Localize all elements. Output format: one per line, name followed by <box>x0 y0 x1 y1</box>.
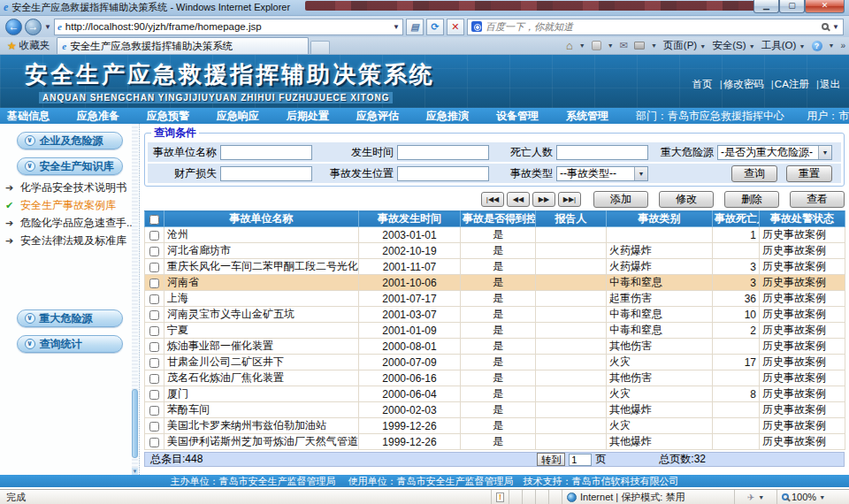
header-link[interactable]: CA注册 <box>775 79 809 89</box>
delete-button[interactable]: 删除 <box>724 191 779 208</box>
command-item[interactable]: 工具(O) ▼ <box>761 39 806 52</box>
home-dropdown-icon[interactable]: ▼ <box>579 42 585 49</box>
table-header-cell[interactable]: 事故死亡人数 <box>713 211 760 227</box>
nav-menu-item[interactable]: 基础信息 <box>7 109 50 124</box>
query-select[interactable]: --事故类型--▼ <box>556 166 648 181</box>
nav-menu-item[interactable]: 应急准备 <box>77 109 119 124</box>
sidebar-section-button[interactable]: 查询统计 <box>17 335 123 353</box>
sidebar-item[interactable]: ➔安全法律法规及标准库 <box>5 232 139 249</box>
row-checkbox[interactable] <box>149 247 159 256</box>
print-icon[interactable] <box>634 42 645 50</box>
table-row[interactable]: 炼油事业部一催化装置2000-08-01是其他伤害历史事故案例 <box>145 339 845 355</box>
goto-page-input[interactable] <box>569 454 592 466</box>
nav-menu-item[interactable]: 系统管理 <box>566 109 608 124</box>
row-checkbox[interactable] <box>149 422 159 431</box>
table-header-cell[interactable]: 事故类别 <box>607 211 713 227</box>
compatibility-view-button[interactable]: ▤ <box>406 19 424 35</box>
sidebar-item[interactable]: ➔危险化学品应急速查手... <box>5 214 139 232</box>
nav-menu-item[interactable]: 后期处置 <box>287 109 329 124</box>
table-header-cell[interactable]: 事故单位名称 <box>164 211 359 227</box>
last-page-button[interactable]: ▶▶| <box>558 192 581 207</box>
row-checkbox[interactable] <box>149 438 159 447</box>
command-item-dropdown-icon[interactable]: ▼ <box>799 43 806 50</box>
search-placeholder[interactable]: 百度一下，你就知道 <box>486 20 818 34</box>
nav-menu-item[interactable]: 应急评估 <box>356 109 399 124</box>
nav-menu-item[interactable]: 应急预警 <box>147 109 189 124</box>
sidebar-item[interactable]: ➔化学品安全技术说明书 <box>5 179 139 196</box>
table-header-cell[interactable]: 报告人 <box>536 211 607 227</box>
row-checkbox[interactable] <box>149 342 159 352</box>
table-row[interactable]: 沧州2003-01-01是1历史事故案例 <box>145 227 845 243</box>
table-row[interactable]: 河南省2001-10-06是中毒和窒息3历史事故案例 <box>145 275 845 291</box>
history-dropdown-icon[interactable]: ▼ <box>44 23 51 31</box>
home-icon[interactable]: ⌂ <box>566 39 573 52</box>
mail-icon[interactable]: ✉ <box>620 40 628 51</box>
table-row[interactable]: 河北省廊坊市2002-10-19是火药爆炸历史事故案例 <box>145 243 845 259</box>
table-row[interactable]: 宁夏2001-01-09是中毒和窒息2历史事故案例 <box>145 323 845 339</box>
goto-page-button[interactable]: 转到 <box>537 453 565 466</box>
row-checkbox[interactable] <box>149 279 159 288</box>
nav-menu-item[interactable]: 应急推演 <box>426 109 469 124</box>
command-item-dropdown-icon[interactable]: ▼ <box>700 43 706 50</box>
table-header-cell[interactable]: 事故处警状态 <box>760 211 845 227</box>
stop-button[interactable]: ✕ <box>447 19 464 35</box>
sidebar-section-button[interactable]: 企业及危险源 <box>17 132 123 149</box>
query-1-input[interactable] <box>397 166 489 181</box>
table-row[interactable]: 苯酚车间2000-02-03是其他爆炸历史事故案例 <box>145 402 845 418</box>
new-tab-button[interactable] <box>310 41 330 54</box>
command-item[interactable]: 安全(S) ▼ <box>712 39 754 52</box>
minimize-button[interactable]: ▁ <box>753 0 779 13</box>
reset-button[interactable]: 重置 <box>786 165 832 182</box>
row-checkbox[interactable] <box>149 406 159 416</box>
sidebar-scroll-down-icon[interactable]: ▼ <box>132 468 138 475</box>
search-box[interactable]: 百度一下，你就知道 ▼ <box>467 19 844 35</box>
print-dropdown-icon[interactable]: ▼ <box>651 42 657 49</box>
feeds-icon[interactable] <box>592 41 601 50</box>
query-0-input[interactable] <box>220 166 312 181</box>
sidebar-scrollbar-thumb[interactable] <box>132 389 138 458</box>
address-url[interactable]: http://localhost:90/yjzh/frame/homepage.… <box>65 21 389 32</box>
table-row[interactable]: 甘肃金川公司二矿区井下2000-07-09是火灾17历史事故案例 <box>145 355 845 370</box>
address-dropdown-icon[interactable]: ▼ <box>393 23 400 31</box>
search-dropdown-icon[interactable]: ▼ <box>832 23 839 31</box>
query-0-input[interactable] <box>220 145 312 160</box>
table-row[interactable]: 上海2001-07-17是起重伤害36历史事故案例 <box>145 291 845 307</box>
query-1-input[interactable] <box>397 145 489 160</box>
modify-button[interactable]: 修改 <box>659 191 714 208</box>
status-zoom-segment[interactable]: 100% ▼ <box>776 490 849 504</box>
address-field[interactable]: e http://localhost:90/yjzh/frame/homepag… <box>54 19 403 35</box>
maximize-button[interactable]: ▢ <box>779 0 805 13</box>
prev-page-button[interactable]: ◀◀ <box>507 192 530 207</box>
table-row[interactable]: 美国伊利诺斯州芝加哥炼油厂天然气管道1999-12-26是其他爆炸历史事故案例 <box>145 434 845 450</box>
favorites-button[interactable]: ★ 收藏夹 <box>4 39 57 54</box>
mode-dropdown-icon[interactable]: ▼ <box>758 494 764 500</box>
header-link[interactable]: 修改密码 <box>723 79 764 89</box>
table-row[interactable]: 河南灵宝市义寺山金矿五坑2001-03-07是中毒和窒息10历史事故案例 <box>145 307 845 323</box>
back-button[interactable]: ← <box>5 19 22 35</box>
next-page-button[interactable]: ▶▶ <box>532 192 555 207</box>
table-header-cell[interactable]: 事故发生时间 <box>359 211 461 227</box>
first-page-button[interactable]: |◀◀ <box>481 192 504 207</box>
help-icon[interactable]: ? <box>812 41 822 51</box>
search-icon[interactable] <box>822 23 829 30</box>
help-dropdown-icon[interactable]: ▼ <box>829 42 835 49</box>
table-header-cell[interactable]: 事故是否得到控制 <box>461 211 536 227</box>
search-button[interactable]: 查询 <box>731 165 777 182</box>
row-checkbox[interactable] <box>149 390 159 400</box>
query-2-input[interactable] <box>556 145 648 160</box>
command-item[interactable]: 页面(P) ▼ <box>663 39 706 52</box>
add-button[interactable]: 添加 <box>593 191 648 208</box>
nav-menu-item[interactable]: 应急响应 <box>217 109 259 124</box>
sidebar-item[interactable]: ✔安全生产事故案例库 <box>5 196 139 214</box>
table-row[interactable]: 茂名石化炼油厂焦化装置2000-06-16是其他伤害历史事故案例 <box>145 370 845 386</box>
header-link[interactable]: 退出 <box>820 79 840 89</box>
forward-button[interactable]: → <box>25 19 42 35</box>
status-mode-segment[interactable]: ✈ ▼ <box>734 490 776 504</box>
row-checkbox[interactable] <box>149 231 159 241</box>
row-checkbox[interactable] <box>149 263 159 272</box>
close-button[interactable]: ✕ <box>805 0 845 13</box>
query-select[interactable]: -是否为重大危险源-▼ <box>717 145 832 160</box>
row-checkbox[interactable] <box>149 326 159 336</box>
refresh-button[interactable]: ⟳ <box>426 19 444 35</box>
tab-active[interactable]: e 安全生产应急救援指挥辅助决策系统 <box>57 37 309 54</box>
